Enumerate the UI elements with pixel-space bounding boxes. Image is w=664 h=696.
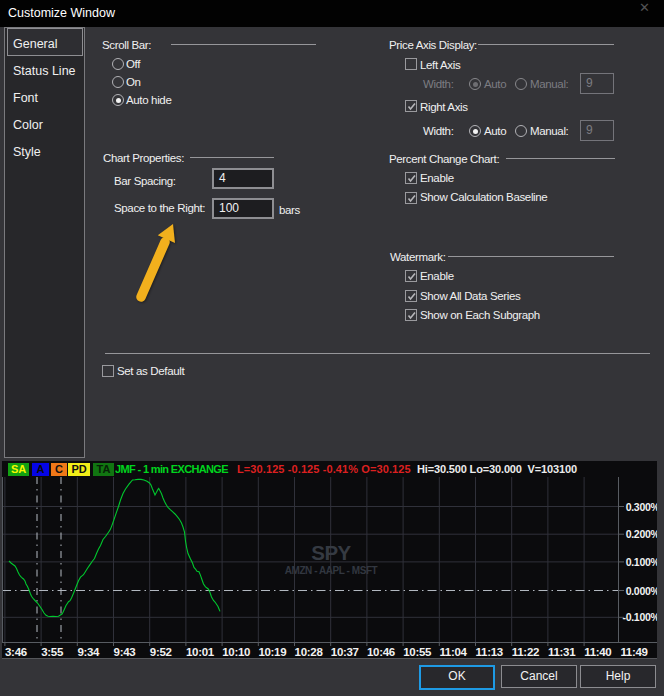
- svg-text:11:49: 11:49: [620, 646, 647, 658]
- svg-text:11:04: 11:04: [439, 646, 467, 658]
- svg-text:11:22: 11:22: [512, 646, 539, 658]
- svg-text:11:31: 11:31: [548, 646, 576, 658]
- svg-text:SPY: SPY: [311, 541, 351, 564]
- svg-text:0.000%: 0.000%: [626, 585, 657, 597]
- svg-text:9:52: 9:52: [150, 646, 172, 658]
- svg-text:0.300%: 0.300%: [626, 501, 657, 513]
- svg-text:AMZN - AAPL - MSFT: AMZN - AAPL - MSFT: [285, 565, 378, 576]
- svg-text:0.200%: 0.200%: [626, 528, 657, 540]
- svg-text:3:46: 3:46: [5, 646, 27, 658]
- svg-text:9:34: 9:34: [77, 646, 100, 658]
- svg-text:0.100%: 0.100%: [626, 556, 657, 568]
- svg-text:10:55: 10:55: [403, 646, 432, 658]
- svg-text:10:46: 10:46: [367, 646, 395, 658]
- svg-text:10:28: 10:28: [295, 646, 324, 658]
- svg-text:10:19: 10:19: [258, 646, 286, 658]
- svg-text:11:40: 11:40: [584, 646, 611, 658]
- svg-text:9:43: 9:43: [114, 646, 136, 658]
- svg-text:10:37: 10:37: [331, 646, 359, 658]
- svg-text:3:55: 3:55: [41, 646, 64, 658]
- svg-text:-0.100%: -0.100%: [622, 611, 657, 623]
- svg-text:10:01: 10:01: [186, 646, 215, 658]
- svg-text:10:10: 10:10: [222, 646, 250, 658]
- svg-text:11:13: 11:13: [476, 646, 503, 658]
